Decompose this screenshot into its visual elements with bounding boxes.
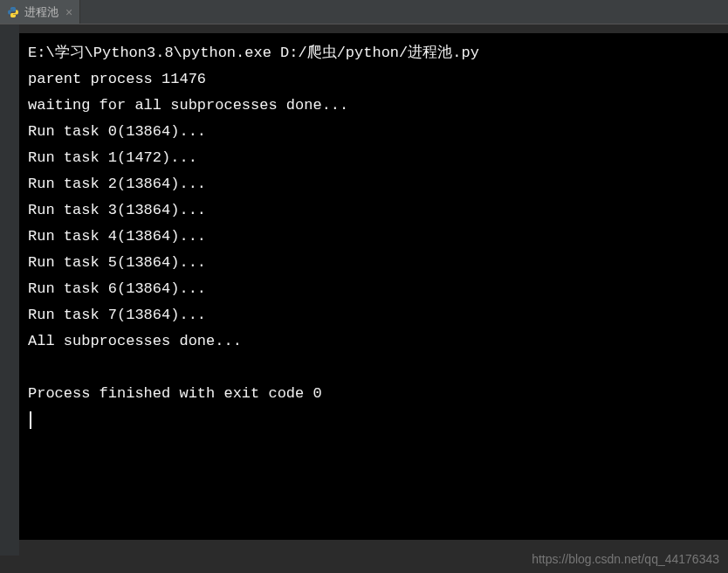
output-line: Run task 7(13864)... [28,302,719,328]
tab-label: 进程池 [24,4,58,20]
output-line: Run task 6(13864)... [28,276,719,302]
python-icon [7,6,19,18]
exit-code-line: Process finished with exit code 0 [28,381,719,407]
cursor [30,411,31,429]
cursor-line [28,407,719,433]
close-icon[interactable]: × [65,5,72,19]
command-line: E:\学习\Python3.8\python.exe D:/爬虫/python/… [28,40,719,66]
output-line: Run task 3(13864)... [28,197,719,224]
tab-python-file[interactable]: 进程池 × [0,0,80,24]
gutter [0,24,19,556]
output-line: All subprocesses done... [28,328,719,355]
output-line: parent process 11476 [28,66,719,93]
watermark: https://blog.csdn.net/qq_44176343 [532,552,719,566]
output-line: waiting for all subprocesses done... [28,93,719,119]
console-output[interactable]: E:\学习\Python3.8\python.exe D:/爬虫/python/… [19,33,728,540]
output-line: Run task 4(13864)... [28,224,719,250]
output-line: Run task 5(13864)... [28,250,719,276]
tab-bar: 进程池 × [0,0,728,24]
output-line: Run task 2(13864)... [28,171,719,197]
blank-line [28,355,719,381]
output-line: Run task 1(1472)... [28,145,719,171]
output-line: Run task 0(13864)... [28,119,719,145]
